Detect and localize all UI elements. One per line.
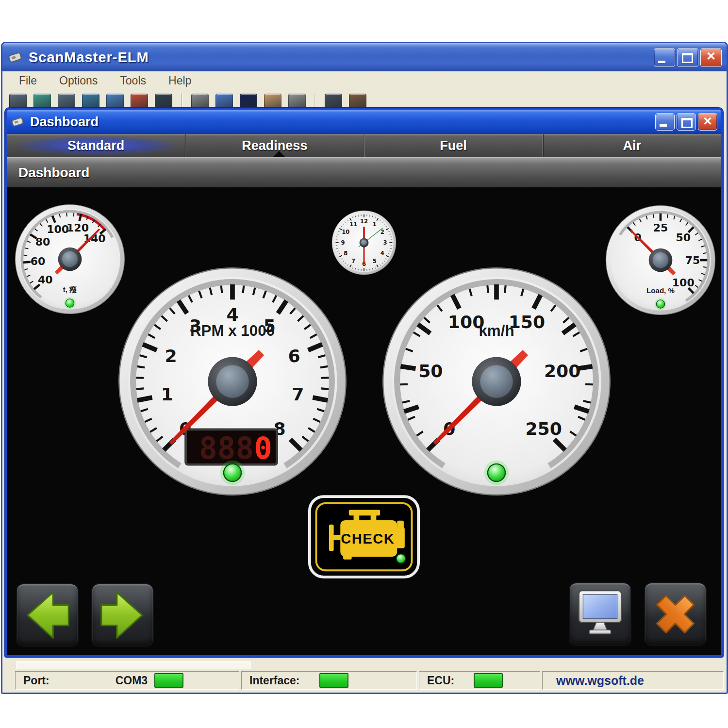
svg-text:t, 癈: t, 癈 — [63, 285, 77, 294]
svg-text:6: 6 — [288, 346, 300, 366]
svg-text:100: 100 — [672, 277, 695, 289]
exit-button[interactable] — [644, 582, 707, 646]
monitor-button[interactable] — [569, 582, 631, 646]
svg-text:60: 60 — [31, 255, 46, 267]
interface-status-led — [319, 673, 348, 688]
menu-help[interactable]: Help — [168, 74, 191, 87]
toolbar-separator — [314, 94, 316, 108]
check-engine-text: CHECK — [341, 531, 395, 546]
svg-text:9: 9 — [341, 239, 345, 246]
menu-file[interactable]: File — [19, 74, 37, 87]
svg-text:Load, %: Load, % — [646, 286, 675, 295]
svg-text:3: 3 — [383, 239, 387, 246]
ecu-label: ECU: — [427, 674, 454, 687]
website-label: www.wgsoft.de — [556, 674, 644, 688]
menubar: File Options Tools Help — [2, 71, 727, 90]
orange-x-icon — [647, 586, 703, 642]
dashboard-titlebar[interactable]: Dashboard — [7, 110, 721, 134]
minimize-button[interactable] — [654, 48, 675, 67]
svg-text:25: 25 — [653, 222, 668, 234]
coolant-temp-gauge: 406080100120140t, 癈 — [14, 203, 126, 315]
tab-fuel[interactable]: Fuel — [364, 134, 543, 157]
statusbar: Port: COM3 Interface: ECU: www.wgsoft.de — [2, 669, 727, 693]
svg-text:8: 8 — [344, 250, 347, 257]
section-header: Dashboard — [7, 157, 721, 187]
svg-text:11: 11 — [349, 221, 357, 228]
svg-text:1: 1 — [161, 384, 173, 405]
interface-label: Interface: — [249, 674, 300, 687]
dashboard-window-title: Dashboard — [30, 115, 99, 130]
left-arrow-icon — [28, 593, 68, 638]
svg-text:40: 40 — [38, 274, 53, 286]
maximize-button[interactable] — [677, 48, 698, 67]
client-strip — [2, 660, 727, 669]
next-button[interactable] — [91, 583, 154, 647]
svg-text:5: 5 — [373, 258, 377, 265]
section-title: Dashboard — [18, 165, 89, 181]
dashboard-close-button[interactable] — [698, 113, 717, 131]
right-arrow-icon — [101, 593, 142, 638]
svg-text:75: 75 — [685, 254, 700, 266]
prev-button[interactable] — [16, 583, 79, 647]
svg-text:50: 50 — [676, 232, 691, 244]
menu-options[interactable]: Options — [59, 74, 98, 87]
svg-text:2: 2 — [165, 346, 177, 366]
svg-text:50: 50 — [418, 361, 443, 381]
svg-text:4: 4 — [381, 250, 384, 257]
port-label: Port: — [23, 674, 50, 687]
screen: ScanMaster-ELM File Options Tools Help P… — [0, 0, 728, 728]
svg-text:7: 7 — [351, 258, 355, 265]
toolbar — [2, 90, 727, 109]
dashboard-window: Dashboard Standard Readiness Fuel Air Da… — [5, 108, 723, 657]
engine-load-gauge: 0255075100Load, % — [604, 204, 717, 316]
tachometer-gauge: 012345678RPM x 10008880 — [116, 265, 349, 498]
port-status-led — [154, 673, 183, 688]
status-website-panel: www.wgsoft.de — [542, 671, 724, 690]
status-ecu-panel: ECU: — [419, 671, 540, 690]
tabbar: Standard Readiness Fuel Air — [7, 134, 721, 157]
dashboard-minimize-button[interactable] — [655, 113, 675, 131]
menu-tools[interactable]: Tools — [120, 74, 146, 87]
tab-air[interactable]: Air — [543, 134, 721, 157]
svg-text:250: 250 — [525, 418, 562, 439]
check-engine-led — [397, 554, 406, 563]
status-port-panel: Port: COM3 — [15, 671, 239, 690]
svg-text:10: 10 — [342, 229, 349, 235]
svg-text:7: 7 — [292, 384, 304, 405]
dashboard-maximize-button[interactable] — [677, 113, 696, 131]
client-strip-tab — [16, 661, 251, 669]
svg-text:8880: 8880 — [199, 430, 272, 466]
svg-text:1: 1 — [373, 221, 377, 228]
svg-text:100: 100 — [47, 223, 69, 235]
toolbar-separator — [181, 94, 182, 108]
port-value: COM3 — [116, 674, 148, 687]
status-interface-panel: Interface: — [241, 671, 417, 690]
close-button[interactable] — [700, 48, 722, 67]
svg-text:80: 80 — [35, 236, 50, 248]
dashboard-window-icon — [11, 115, 25, 129]
ecu-status-led — [474, 673, 503, 688]
tab-indicator-triangle — [273, 151, 285, 157]
svg-text:RPM x 1000: RPM x 1000 — [190, 322, 275, 339]
window-title: ScanMaster-ELM — [29, 50, 149, 66]
main-titlebar[interactable]: ScanMaster-ELM — [2, 43, 727, 71]
app-icon — [7, 49, 24, 66]
monitor-icon — [570, 583, 630, 645]
tab-standard[interactable]: Standard — [7, 134, 185, 157]
check-engine-indicator: CHECK — [307, 494, 421, 579]
dashboard-content: 406080100120140t, 癈 012345678RPM x 10008… — [7, 187, 721, 655]
svg-text:200: 200 — [544, 361, 580, 381]
svg-text:km/h: km/h — [479, 322, 514, 339]
svg-text:12: 12 — [360, 218, 368, 225]
speedometer-gauge: 050100150200250km/h — [380, 265, 613, 498]
